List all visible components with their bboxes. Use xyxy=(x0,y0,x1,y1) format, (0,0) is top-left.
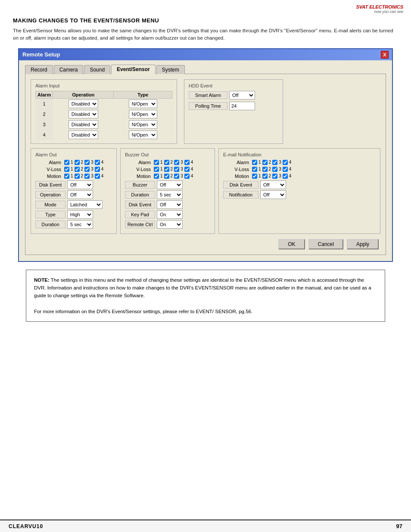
em-vloss-cb2[interactable] xyxy=(262,167,268,172)
page-description: The Event/Sensor Menu allows you to make… xyxy=(13,27,398,42)
ai-num-3: 3 xyxy=(36,119,53,130)
ao-mode-row: Mode LatchedMomentary xyxy=(35,200,112,209)
ao-operation-select[interactable]: OffOn xyxy=(67,190,93,199)
note-label: NOTE: xyxy=(34,277,50,283)
bo-remotectrl-row: Remote Ctrl OnOff xyxy=(125,220,210,229)
ao-duration-select[interactable]: 5 sec10 sec xyxy=(67,220,93,229)
hdd-event-section: HDD Event Smart Alarm Off On Polling Tim… xyxy=(184,79,283,144)
buzzer-out-alarm-cbs: 1 2 3 4 xyxy=(153,160,193,165)
ai-type-select-4[interactable]: N/Open N/Close xyxy=(129,131,157,139)
window-close-button[interactable]: X xyxy=(381,51,389,59)
em-vloss-cb4[interactable] xyxy=(283,167,288,172)
bo-alarm-cb3[interactable] xyxy=(174,160,179,165)
ao-operation-label: Operation xyxy=(35,191,65,199)
bo-keypad-select[interactable]: OnOff xyxy=(157,210,183,219)
bo-buzzer-select[interactable]: OffOn xyxy=(157,180,183,189)
ao-mode-select[interactable]: LatchedMomentary xyxy=(67,200,103,209)
tab-camera[interactable]: Camera xyxy=(54,65,84,74)
bo-buzzer-row: Buzzer OffOn xyxy=(125,180,210,189)
ao-alarm-cb2[interactable] xyxy=(75,160,80,165)
ai-type-select-1[interactable]: N/Open N/Close xyxy=(129,100,157,108)
cancel-button[interactable]: Cancel xyxy=(308,239,343,249)
ao-type-select[interactable]: HighLow xyxy=(67,210,93,219)
alarm-out-vloss-cbs: 1 2 3 4 xyxy=(64,167,103,172)
ao-motion-cb3[interactable] xyxy=(84,174,90,179)
alarm-out-title: Alarm Out xyxy=(35,152,112,157)
bo-alarm-cb2[interactable] xyxy=(164,160,169,165)
em-motion-cb3[interactable] xyxy=(272,174,277,179)
buzzer-out-vloss-row: V-Loss 1 2 3 4 xyxy=(125,167,210,172)
tab-event-sensor[interactable]: Event/Sensor xyxy=(111,65,156,74)
main-content: MAKING CHANGES TO THE EVENT/SENSOR MENU … xyxy=(0,0,411,338)
em-alarm-cb2[interactable] xyxy=(262,160,268,165)
em-alarm-cb3[interactable] xyxy=(272,160,277,165)
bo-alarm-cb4[interactable] xyxy=(184,160,190,165)
bo-motion-cb1[interactable] xyxy=(154,174,159,179)
ai-type-select-2[interactable]: N/Open N/Close xyxy=(129,110,157,118)
alarm-input-title: Alarm Input xyxy=(35,83,172,88)
ao-motion-cb4[interactable] xyxy=(95,174,100,179)
alarm-input-row-1: 1 Disabled Enabled N/Open N/Close xyxy=(36,98,172,109)
em-alarm-cb4[interactable] xyxy=(283,160,288,165)
apply-button[interactable]: Apply xyxy=(347,239,379,249)
bo-vloss-cb3[interactable] xyxy=(174,167,179,172)
em-motion-cb1[interactable] xyxy=(252,174,257,179)
em-motion-cb4[interactable] xyxy=(283,174,288,179)
bo-vloss-cb1[interactable] xyxy=(154,167,159,172)
footer-bar: CLEARVU10 97 xyxy=(0,520,411,532)
ao-alarm-cb3[interactable] xyxy=(84,160,90,165)
bo-disk-event-select[interactable]: OffOn xyxy=(157,200,183,209)
ai-type-select-3[interactable]: N/Open N/Close xyxy=(129,120,157,129)
ao-vloss-cb3[interactable] xyxy=(84,167,90,172)
tab-sound[interactable]: Sound xyxy=(84,65,110,74)
ai-op-select-2[interactable]: Disabled Enabled xyxy=(68,110,98,118)
bo-motion-cb3[interactable] xyxy=(174,174,179,179)
buzzer-out-vloss-cbs: 1 2 3 4 xyxy=(153,167,193,172)
bo-duration-label: Duration xyxy=(125,191,155,199)
ai-op-select-4[interactable]: Disabled Enabled xyxy=(68,131,98,139)
brand-name: SVAT ELECTRONICS xyxy=(356,4,403,9)
alarm-input-row-2: 2 Disabled Enabled N/Open N/Close xyxy=(36,109,172,119)
ao-vloss-cb1[interactable] xyxy=(64,167,69,172)
ai-type-cell-3: N/Open N/Close xyxy=(114,119,172,130)
polling-time-input[interactable] xyxy=(229,102,255,110)
ao-operation-row: Operation OffOn xyxy=(35,190,112,199)
bottom-buttons: OK Cancel Apply xyxy=(31,239,380,249)
smart-alarm-select[interactable]: Off On xyxy=(229,91,255,100)
em-alarm-cb1[interactable] xyxy=(252,160,257,165)
em-disk-event-select[interactable]: OffOn xyxy=(260,180,286,189)
em-motion-cb2[interactable] xyxy=(262,174,268,179)
email-motion-label: Motion xyxy=(223,174,249,179)
ao-motion-cb1[interactable] xyxy=(64,174,69,179)
ai-op-select-3[interactable]: Disabled Enabled xyxy=(68,120,98,129)
footer-left: CLEARVU10 xyxy=(9,523,43,529)
alarm-input-section: Alarm Input Alarm Operation Type xyxy=(31,79,177,144)
ok-button[interactable]: OK xyxy=(278,239,305,249)
bo-duration-select[interactable]: 5 sec10 sec xyxy=(157,190,183,199)
ao-motion-cb2[interactable] xyxy=(75,174,80,179)
bo-remotectrl-label: Remote Ctrl xyxy=(125,221,155,228)
em-vloss-cb3[interactable] xyxy=(272,167,277,172)
ai-num-4: 4 xyxy=(36,130,53,140)
em-notification-select[interactable]: OffOn xyxy=(260,190,286,199)
tab-record[interactable]: Record xyxy=(25,65,53,74)
ao-disk-event-select[interactable]: OffOn xyxy=(67,180,93,189)
bo-vloss-cb2[interactable] xyxy=(164,167,169,172)
em-vloss-cb1[interactable] xyxy=(252,167,257,172)
bo-alarm-cb1[interactable] xyxy=(154,160,159,165)
tab-system[interactable]: System xyxy=(156,65,185,74)
window-titlebar: Remote Setup X xyxy=(19,49,392,60)
ao-vloss-cb4[interactable] xyxy=(95,167,100,172)
polling-time-row: Polling Time xyxy=(189,102,278,110)
bo-motion-cb2[interactable] xyxy=(164,174,169,179)
bo-motion-cb4[interactable] xyxy=(184,174,190,179)
ao-alarm-cb1[interactable] xyxy=(64,160,69,165)
buzzer-out-title: Buzzer Out xyxy=(125,152,210,157)
buzzer-out-motion-label: Motion xyxy=(125,174,151,179)
bo-remotectrl-select[interactable]: OnOff xyxy=(157,220,183,229)
ao-alarm-cb4[interactable] xyxy=(95,160,100,165)
ai-op-select-1[interactable]: Disabled Enabled xyxy=(68,100,98,108)
bo-vloss-cb4[interactable] xyxy=(184,167,190,172)
email-vloss-row: V-Loss 1 2 3 4 xyxy=(223,167,376,172)
ao-vloss-cb2[interactable] xyxy=(75,167,80,172)
